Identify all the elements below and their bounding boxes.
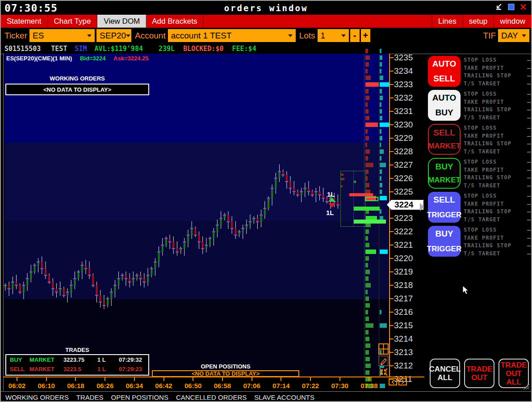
menu-item-setup[interactable]: setup [462,15,494,28]
close-icon[interactable] [520,4,527,12]
bracket-value[interactable]: – [527,167,532,173]
bracket-value[interactable]: – [527,57,532,63]
bracket-value[interactable]: – [527,216,532,223]
dom-buy-volume-bar [365,303,370,308]
dom-sell-volume-bar [365,102,368,107]
price-tick [390,191,394,192]
sell-trigger-button[interactable]: SELLTRIGGER [428,192,461,223]
price-label[interactable]: 3218 [394,280,422,290]
bracket-value[interactable]: – [527,99,532,106]
tab-cancelled-orders[interactable]: CANCELLED ORDERS [176,394,247,401]
bracket-value[interactable]: – [527,125,532,131]
bracket-value[interactable]: – [527,182,532,189]
price-label[interactable]: 3233 [394,80,422,89]
lots-decrement-button[interactable]: - [350,29,360,42]
maximize-icon[interactable] [508,4,515,12]
bracket-label: TRAILING STOP [464,140,532,147]
bracket-value[interactable]: – [527,106,532,113]
price-label[interactable]: 3214 [394,334,422,344]
lots-select[interactable]: 1 [318,29,349,42]
best-bid-outline[interactable] [365,197,378,201]
bracket-value[interactable]: – [527,208,532,215]
tab-slave-accounts[interactable]: SLAVE ACCOUNTS [254,394,314,401]
bracket-value[interactable]: – [527,65,532,72]
dom-traded-volume-bar [380,96,383,100]
bracket-value[interactable]: – [527,201,532,207]
bracket-value[interactable]: – [527,159,532,165]
collapse-icon[interactable] [378,367,389,379]
minimize-icon[interactable] [495,4,503,12]
trade-out-button[interactable]: TRADEOUT [464,359,494,388]
tab-open-positions[interactable]: OPEN POSITIONS [111,394,168,401]
ticker-select[interactable]: ES [29,29,95,42]
tab-trades[interactable]: TRADES [76,394,104,401]
lots-increment-button[interactable]: + [361,29,370,42]
resize-grip[interactable] [520,383,529,389]
tif-select[interactable]: DAY [498,29,529,42]
menu-item-add-brackets[interactable]: Add Brackets [146,15,204,28]
bracket-value[interactable]: – [527,72,532,79]
price-label[interactable]: 3219 [394,267,422,277]
price-label[interactable]: 3232 [394,93,422,103]
scroll-left-button[interactable] [389,378,397,385]
chart-left-frame [3,54,4,391]
bracket-value[interactable]: – [527,250,532,257]
pencil-icon[interactable] [378,355,389,368]
dom-sell-volume-bar [365,123,378,127]
time-label: 06:34 [123,382,146,389]
bracket-value[interactable]: – [527,227,532,233]
menu-item-chart-type[interactable]: Chart Type [48,15,98,28]
price-label[interactable]: 3226 [394,173,422,183]
bracket-value[interactable]: – [527,91,532,97]
sell-market-button[interactable]: SELLMARKET [428,124,461,155]
bracket-label: TRAILING STOP [464,106,532,113]
price-label[interactable]: 3220 [394,254,422,263]
menu-item-view-dom[interactable]: View DOM [97,15,146,28]
ladder-row-pointer [420,203,424,211]
buy-market-button[interactable]: BUYMARKET [428,158,461,189]
bracket-value[interactable]: – [527,193,532,199]
bracket-value[interactable]: – [527,242,532,249]
price-label[interactable]: 3222 [394,227,422,237]
bracket-value[interactable]: – [527,114,532,121]
price-label[interactable]: 3221 [394,240,422,250]
bracket-value[interactable]: – [527,133,532,140]
price-label[interactable]: 3227 [394,160,422,170]
price-label[interactable]: 3234 [394,66,422,76]
current-price-marker[interactable]: 3224 [391,200,423,210]
price-label[interactable]: 3228 [394,147,422,157]
tab-working-orders[interactable]: WORKING ORDERS [5,394,69,401]
price-label[interactable]: 3213 [394,347,422,357]
auto-sell-button[interactable]: AUTOSELL [428,56,461,87]
price-label[interactable]: 3231 [394,106,422,116]
cancel-all-button[interactable]: CANCELALL [430,359,460,388]
dom-traded-volume-bar [380,323,387,328]
menu-item-window[interactable]: window [493,15,531,28]
price-label[interactable]: 3216 [394,307,422,317]
price-label[interactable]: 3230 [394,120,422,130]
bracket-value[interactable]: – [527,148,532,155]
scroll-right-button[interactable] [398,378,407,385]
menu-item-lines[interactable]: Lines [431,15,462,28]
price-label[interactable]: 3225 [394,187,422,197]
bracket-value[interactable]: – [527,235,532,241]
account-select[interactable]: account 1 TEST [168,29,296,42]
grid-icon[interactable] [378,343,389,356]
price-tick [390,151,394,152]
price-label[interactable]: 3215 [394,321,422,330]
auto-buy-button[interactable]: AUTOBUY [428,90,461,121]
bracket-value[interactable]: – [527,140,532,147]
dom-buy-volume-bar [365,243,369,247]
price-label[interactable]: 3229 [394,133,422,143]
bracket-label: T/S TARGET [464,80,532,87]
price-label[interactable]: 3223 [394,213,422,223]
menu-item-statement[interactable]: Statement [1,15,48,28]
buy-trigger-button[interactable]: BUYTRIGGER [428,226,461,257]
bracket-value[interactable]: – [527,174,532,181]
price-label[interactable]: 3217 [394,294,422,304]
price-label[interactable]: 3212 [394,361,422,371]
bracket-value[interactable]: – [527,80,532,87]
price-label[interactable]: 3235 [394,53,422,63]
ladder-column-divider [379,54,379,377]
contract-select[interactable]: SEP20 [96,29,131,42]
